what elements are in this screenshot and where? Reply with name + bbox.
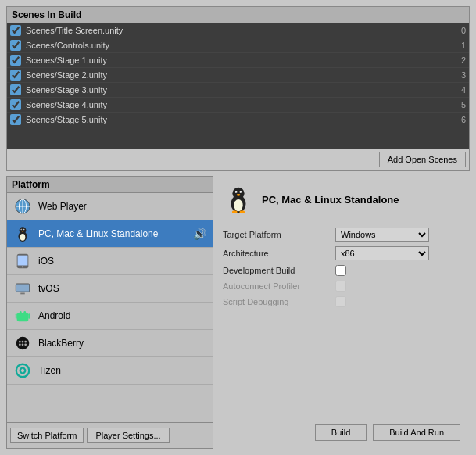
scene-row: Scenes/Stage 1.unity 2: [7, 53, 469, 68]
svg-point-28: [24, 341, 27, 343]
scene-checkbox[interactable]: [10, 99, 21, 110]
scene-name: Scenes/Stage 2.unity: [26, 70, 456, 80]
svg-point-10: [24, 229, 25, 230]
svg-point-39: [241, 192, 242, 192]
scene-name: Scenes/Stage 3.unity: [26, 85, 456, 95]
scene-row: Scenes/Stage 4.unity 5: [7, 98, 469, 113]
scenes-section: Scenes In Build Scenes/Title Screen.unit…: [6, 6, 470, 171]
svg-point-14: [22, 266, 23, 267]
platform-panel: Platform Web Player PC, Mac & Linux Stan…: [6, 176, 213, 449]
scene-name: Scenes/Controls.unity: [26, 41, 456, 50]
scene-index: 1: [456, 41, 466, 50]
platform-label: BlackBerry: [38, 338, 206, 349]
settings-grid: Target Platform WindowsMac OS XLinux Arc…: [223, 228, 460, 307]
build-button[interactable]: Build: [315, 424, 367, 441]
scene-index: 2: [456, 56, 466, 65]
platform-list: Web Player PC, Mac & Linux Standalone 🔊 …: [7, 193, 213, 422]
speaker-icon: 🔊: [193, 228, 206, 240]
svg-rect-23: [16, 313, 17, 318]
scene-checkbox[interactable]: [10, 84, 21, 95]
svg-point-30: [22, 343, 24, 346]
platform-label: tvOS: [38, 283, 206, 294]
platform-item-android[interactable]: Android: [7, 303, 213, 330]
svg-point-11: [22, 231, 24, 232]
target-header: PC, Mac & Linux Standalone: [223, 184, 460, 215]
platform-item-tizen[interactable]: Tizen: [7, 357, 213, 385]
scene-index: 5: [456, 100, 466, 109]
scene-checkbox[interactable]: [10, 55, 21, 66]
scenes-footer: Add Open Scenes: [7, 149, 469, 170]
android-icon: [13, 306, 32, 325]
target-platform-select[interactable]: WindowsMac OS XLinux: [335, 228, 429, 242]
build-and-run-button[interactable]: Build And Run: [373, 424, 460, 441]
script-debugging-checkbox[interactable]: [335, 296, 346, 307]
svg-point-5: [20, 234, 26, 241]
svg-rect-17: [20, 293, 25, 295]
target-platform-icon: [223, 184, 254, 215]
scene-row: Scenes/Stage 2.unity 3: [7, 68, 469, 83]
platform-item-tvos[interactable]: tvOS: [7, 275, 213, 303]
scenes-header: Scenes In Build: [7, 7, 469, 23]
development-build-label: Development Build: [223, 266, 332, 275]
switch-platform-button[interactable]: Switch Platform: [10, 428, 84, 443]
architecture-select[interactable]: x86x86_64: [335, 246, 429, 260]
bottom-section: Platform Web Player PC, Mac & Linux Stan…: [6, 176, 470, 449]
scenes-list: Scenes/Title Screen.unity 0 Scenes/Contr…: [7, 23, 469, 149]
tizen-icon: [13, 361, 32, 380]
platform-label: Android: [38, 310, 206, 321]
svg-point-27: [22, 341, 24, 343]
svg-point-34: [234, 199, 242, 211]
build-buttons: Build Build And Run: [223, 416, 460, 441]
svg-point-40: [237, 194, 241, 196]
scene-name: Scenes/Stage 4.unity: [26, 100, 456, 109]
tvos-icon: [13, 279, 32, 298]
svg-rect-16: [16, 285, 30, 292]
scene-index: 3: [456, 70, 466, 80]
scene-index: 4: [456, 85, 466, 95]
platform-item-blackberry[interactable]: BlackBerry: [7, 330, 213, 357]
scene-checkbox[interactable]: [10, 70, 21, 81]
target-platform-title: PC, Mac & Linux Standalone: [262, 194, 399, 206]
svg-rect-18: [17, 313, 29, 321]
svg-point-31: [24, 343, 27, 346]
scene-row: Scenes/Title Screen.unity 0: [7, 23, 469, 38]
svg-rect-24: [28, 313, 30, 318]
platform-header: Platform: [7, 177, 213, 193]
ios-icon: [13, 252, 32, 270]
development-build-checkbox[interactable]: [335, 265, 346, 276]
web-player-icon: [13, 197, 32, 216]
platform-label: Tizen: [38, 365, 206, 376]
script-debugging-label: Script Debugging: [223, 297, 332, 306]
platform-label: Web Player: [38, 201, 206, 212]
pc-mac-linux-icon: [13, 224, 32, 243]
svg-rect-25: [16, 337, 30, 350]
svg-point-9: [21, 229, 22, 230]
autoconnect-profiler-label: Autoconnect Profiler: [223, 281, 332, 291]
scene-row: Scenes/Stage 3.unity 4: [7, 83, 469, 98]
svg-point-38: [236, 192, 237, 192]
platform-footer: Switch Platform Player Settings...: [7, 422, 213, 448]
scene-checkbox[interactable]: [10, 40, 21, 51]
scene-checkbox[interactable]: [10, 114, 21, 125]
scene-name: Scenes/Stage 5.unity: [26, 115, 456, 124]
scene-index: 6: [456, 115, 466, 124]
svg-point-29: [19, 343, 21, 346]
svg-point-6: [20, 227, 27, 234]
scene-row: Scenes/Stage 5.unity 6: [7, 113, 469, 127]
platform-label: iOS: [38, 256, 206, 267]
platform-item-pc-mac-linux[interactable]: PC, Mac & Linux Standalone 🔊: [7, 220, 213, 248]
player-settings-button[interactable]: Player Settings...: [87, 428, 169, 443]
svg-point-32: [16, 364, 30, 378]
platform-label: PC, Mac & Linux Standalone: [38, 228, 187, 239]
platform-item-ios[interactable]: iOS: [7, 248, 213, 275]
svg-point-42: [239, 210, 245, 213]
add-open-scenes-button[interactable]: Add Open Scenes: [379, 152, 466, 167]
autoconnect-profiler-checkbox[interactable]: [335, 281, 346, 292]
scene-index: 0: [456, 26, 466, 35]
svg-rect-13: [18, 256, 28, 266]
scene-checkbox[interactable]: [10, 25, 21, 36]
target-platform-label: Target Platform: [223, 230, 332, 239]
scene-name: Scenes/Title Screen.unity: [26, 26, 456, 35]
scene-row: Scenes/Controls.unity 1: [7, 38, 469, 53]
platform-item-web-player[interactable]: Web Player: [7, 193, 213, 220]
